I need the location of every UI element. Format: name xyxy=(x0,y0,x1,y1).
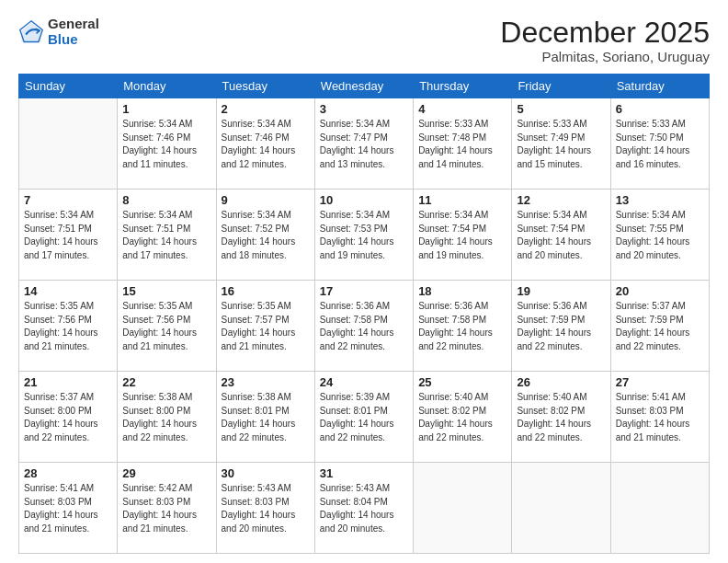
table-row: 22Sunrise: 5:38 AMSunset: 8:00 PMDayligh… xyxy=(118,372,216,463)
day-info: Sunrise: 5:35 AMSunset: 7:57 PMDaylight:… xyxy=(222,300,310,353)
day-info: Sunrise: 5:41 AMSunset: 8:03 PMDaylight:… xyxy=(24,482,112,535)
day-number: 28 xyxy=(24,466,112,480)
location-subtitle: Palmitas, Soriano, Uruguay xyxy=(500,49,710,64)
table-row: 4Sunrise: 5:33 AMSunset: 7:48 PMDaylight… xyxy=(414,98,512,190)
day-number: 17 xyxy=(320,284,408,298)
table-row: 6Sunrise: 5:33 AMSunset: 7:50 PMDaylight… xyxy=(610,98,709,190)
day-info: Sunrise: 5:37 AMSunset: 7:59 PMDaylight:… xyxy=(616,300,704,353)
title-area: December 2025 Palmitas, Soriano, Uruguay xyxy=(500,17,710,64)
table-row xyxy=(414,463,512,554)
day-info: Sunrise: 5:34 AMSunset: 7:54 PMDaylight:… xyxy=(517,209,605,262)
calendar-header-row: Sunday Monday Tuesday Wednesday Thursday… xyxy=(19,75,710,98)
table-row: 3Sunrise: 5:34 AMSunset: 7:47 PMDaylight… xyxy=(314,98,413,190)
day-info: Sunrise: 5:35 AMSunset: 7:56 PMDaylight:… xyxy=(24,300,112,353)
day-info: Sunrise: 5:38 AMSunset: 8:00 PMDaylight:… xyxy=(122,391,210,444)
day-number: 23 xyxy=(222,375,310,389)
day-number: 16 xyxy=(222,284,310,298)
calendar-week-row: 1Sunrise: 5:34 AMSunset: 7:46 PMDaylight… xyxy=(19,98,710,190)
table-row: 7Sunrise: 5:34 AMSunset: 7:51 PMDaylight… xyxy=(19,190,118,281)
table-row: 30Sunrise: 5:43 AMSunset: 8:03 PMDayligh… xyxy=(216,463,314,554)
table-row: 14Sunrise: 5:35 AMSunset: 7:56 PMDayligh… xyxy=(19,281,118,372)
calendar-week-row: 7Sunrise: 5:34 AMSunset: 7:51 PMDaylight… xyxy=(19,190,710,281)
day-info: Sunrise: 5:34 AMSunset: 7:52 PMDaylight:… xyxy=(222,209,310,262)
table-row: 16Sunrise: 5:35 AMSunset: 7:57 PMDayligh… xyxy=(216,281,314,372)
day-number: 24 xyxy=(320,375,408,389)
table-row: 13Sunrise: 5:34 AMSunset: 7:55 PMDayligh… xyxy=(610,190,709,281)
day-info: Sunrise: 5:41 AMSunset: 8:03 PMDaylight:… xyxy=(616,391,704,444)
table-row: 10Sunrise: 5:34 AMSunset: 7:53 PMDayligh… xyxy=(314,190,413,281)
day-number: 12 xyxy=(517,193,605,207)
col-sunday: Sunday xyxy=(19,75,118,98)
day-number: 19 xyxy=(517,284,605,298)
table-row: 26Sunrise: 5:40 AMSunset: 8:02 PMDayligh… xyxy=(512,372,610,463)
logo-icon xyxy=(18,19,44,45)
logo-text: General Blue xyxy=(48,17,99,47)
calendar-week-row: 14Sunrise: 5:35 AMSunset: 7:56 PMDayligh… xyxy=(19,281,710,372)
col-tuesday: Tuesday xyxy=(216,75,314,98)
header: General Blue December 2025 Palmitas, Sor… xyxy=(18,17,710,64)
calendar-table: Sunday Monday Tuesday Wednesday Thursday… xyxy=(18,74,710,554)
table-row: 15Sunrise: 5:35 AMSunset: 7:56 PMDayligh… xyxy=(118,281,216,372)
day-info: Sunrise: 5:34 AMSunset: 7:46 PMDaylight:… xyxy=(122,118,210,171)
day-number: 6 xyxy=(616,102,704,116)
day-info: Sunrise: 5:33 AMSunset: 7:48 PMDaylight:… xyxy=(418,118,506,171)
table-row: 9Sunrise: 5:34 AMSunset: 7:52 PMDaylight… xyxy=(216,190,314,281)
col-thursday: Thursday xyxy=(414,75,512,98)
day-number: 14 xyxy=(24,284,112,298)
day-info: Sunrise: 5:40 AMSunset: 8:02 PMDaylight:… xyxy=(517,391,605,444)
day-number: 13 xyxy=(616,193,704,207)
table-row: 29Sunrise: 5:42 AMSunset: 8:03 PMDayligh… xyxy=(118,463,216,554)
day-number: 30 xyxy=(222,466,310,480)
day-number: 4 xyxy=(418,102,506,116)
day-number: 15 xyxy=(122,284,210,298)
page: General Blue December 2025 Palmitas, Sor… xyxy=(0,0,728,563)
logo-blue-text: Blue xyxy=(48,32,99,48)
table-row: 20Sunrise: 5:37 AMSunset: 7:59 PMDayligh… xyxy=(610,281,709,372)
table-row xyxy=(610,463,709,554)
day-info: Sunrise: 5:43 AMSunset: 8:03 PMDaylight:… xyxy=(222,482,310,535)
day-number: 9 xyxy=(222,193,310,207)
table-row: 28Sunrise: 5:41 AMSunset: 8:03 PMDayligh… xyxy=(19,463,118,554)
logo: General Blue xyxy=(18,17,99,47)
day-info: Sunrise: 5:34 AMSunset: 7:51 PMDaylight:… xyxy=(122,209,210,262)
table-row: 21Sunrise: 5:37 AMSunset: 8:00 PMDayligh… xyxy=(19,372,118,463)
day-number: 31 xyxy=(320,466,408,480)
day-info: Sunrise: 5:42 AMSunset: 8:03 PMDaylight:… xyxy=(122,482,210,535)
day-info: Sunrise: 5:40 AMSunset: 8:02 PMDaylight:… xyxy=(418,391,506,444)
day-info: Sunrise: 5:36 AMSunset: 7:58 PMDaylight:… xyxy=(320,300,408,353)
day-number: 3 xyxy=(320,102,408,116)
day-number: 7 xyxy=(24,193,112,207)
day-number: 11 xyxy=(418,193,506,207)
day-info: Sunrise: 5:39 AMSunset: 8:01 PMDaylight:… xyxy=(320,391,408,444)
day-info: Sunrise: 5:36 AMSunset: 7:58 PMDaylight:… xyxy=(418,300,506,353)
table-row xyxy=(19,98,118,190)
day-number: 21 xyxy=(24,375,112,389)
day-info: Sunrise: 5:35 AMSunset: 7:56 PMDaylight:… xyxy=(122,300,210,353)
table-row: 24Sunrise: 5:39 AMSunset: 8:01 PMDayligh… xyxy=(314,372,413,463)
day-info: Sunrise: 5:33 AMSunset: 7:50 PMDaylight:… xyxy=(616,118,704,171)
day-number: 27 xyxy=(616,375,704,389)
col-friday: Friday xyxy=(512,75,610,98)
day-number: 22 xyxy=(122,375,210,389)
day-info: Sunrise: 5:36 AMSunset: 7:59 PMDaylight:… xyxy=(517,300,605,353)
calendar-week-row: 28Sunrise: 5:41 AMSunset: 8:03 PMDayligh… xyxy=(19,463,710,554)
table-row: 25Sunrise: 5:40 AMSunset: 8:02 PMDayligh… xyxy=(414,372,512,463)
day-number: 8 xyxy=(122,193,210,207)
day-info: Sunrise: 5:34 AMSunset: 7:55 PMDaylight:… xyxy=(616,209,704,262)
logo-general-text: General xyxy=(48,17,99,32)
day-number: 25 xyxy=(418,375,506,389)
day-info: Sunrise: 5:38 AMSunset: 8:01 PMDaylight:… xyxy=(222,391,310,444)
col-wednesday: Wednesday xyxy=(314,75,413,98)
day-number: 2 xyxy=(222,102,310,116)
day-info: Sunrise: 5:33 AMSunset: 7:49 PMDaylight:… xyxy=(517,118,605,171)
table-row: 11Sunrise: 5:34 AMSunset: 7:54 PMDayligh… xyxy=(414,190,512,281)
day-number: 10 xyxy=(320,193,408,207)
table-row: 5Sunrise: 5:33 AMSunset: 7:49 PMDaylight… xyxy=(512,98,610,190)
month-title: December 2025 xyxy=(500,17,710,49)
table-row: 23Sunrise: 5:38 AMSunset: 8:01 PMDayligh… xyxy=(216,372,314,463)
table-row xyxy=(512,463,610,554)
day-info: Sunrise: 5:34 AMSunset: 7:54 PMDaylight:… xyxy=(418,209,506,262)
table-row: 1Sunrise: 5:34 AMSunset: 7:46 PMDaylight… xyxy=(118,98,216,190)
table-row: 27Sunrise: 5:41 AMSunset: 8:03 PMDayligh… xyxy=(610,372,709,463)
day-info: Sunrise: 5:34 AMSunset: 7:51 PMDaylight:… xyxy=(24,209,112,262)
